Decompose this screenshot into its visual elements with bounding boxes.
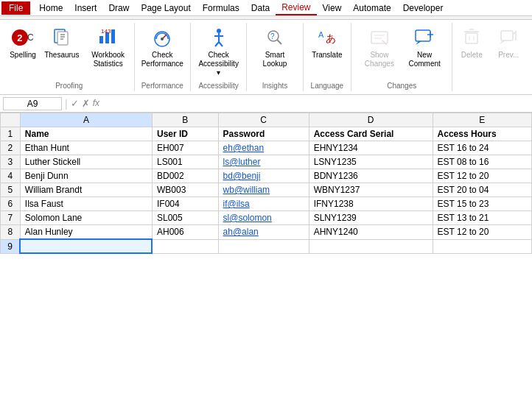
col-header-c[interactable]: C [218,113,309,127]
delete-button[interactable]: Delete [454,23,489,63]
cell-b2[interactable]: EH007 [152,141,218,155]
table-row: 1 Name User ID Password Access Card Seri… [1,127,532,141]
cross-icon[interactable]: ✗ [82,98,90,109]
cell-a2[interactable]: Ethan Hunt [20,141,152,155]
menu-review[interactable]: Review [276,1,316,15]
delete-icon [460,26,483,49]
cell-c1[interactable]: Password [218,127,309,141]
smart-lookup-label: Smart Lookup [258,51,291,68]
cell-e3[interactable]: EST 08 to 16 [433,155,531,169]
cell-b7[interactable]: SL005 [152,211,218,225]
cell-a9[interactable] [20,239,152,253]
svg-line-20 [277,40,281,44]
translate-button[interactable]: A あ Translate [307,23,347,63]
cell-a3[interactable]: Luther Stickell [20,155,152,169]
smart-lookup-button[interactable]: ? Smart Lookup [253,23,296,71]
check-performance-label: Check Performance [141,51,183,68]
svg-text:143: 143 [101,28,111,35]
svg-line-17 [215,42,219,46]
check-performance-button[interactable]: Check Performance [137,23,187,71]
cell-a4[interactable]: Benji Dunn [20,169,152,183]
col-header-e[interactable]: E [433,113,531,127]
cell-c5[interactable]: wb@william [218,183,309,197]
thesaurus-button[interactable]: Thesaurus [42,23,82,63]
checkmark-icon[interactable]: ✓ [71,98,79,109]
row-header-8: 8 [1,225,21,240]
cell-a6[interactable]: Ilsa Faust [20,197,152,211]
cell-d3[interactable]: LSNY1235 [309,155,433,169]
cell-b1[interactable]: User ID [152,127,218,141]
menu-formulas[interactable]: Formulas [197,1,245,15]
table-row: 5 William Brandt WB003 wb@william WBNY12… [1,183,532,197]
cell-e1[interactable]: Access Hours [433,127,531,141]
menu-developer[interactable]: Developer [397,1,449,15]
smart-lookup-icon: ? [263,26,287,49]
new-comment-label: New Comment [408,51,441,68]
cell-d9[interactable] [309,239,433,253]
cell-d4[interactable]: BDNY1236 [309,169,433,183]
menu-automate[interactable]: Automate [347,1,396,15]
prev-comment-button[interactable]: Prev... [491,23,526,63]
translate-icon: A あ [315,26,339,49]
menu-file[interactable]: File [1,1,30,15]
workbook-statistics-button[interactable]: 143 Workbook Statistics [83,23,133,71]
new-comment-button[interactable]: New Comment [403,23,447,71]
cell-c9[interactable] [218,239,309,253]
cell-a7[interactable]: Solomon Lane [20,211,152,225]
menu-page-layout[interactable]: Page Layout [135,1,196,15]
col-header-a[interactable]: A [20,113,152,127]
svg-point-14 [217,29,221,33]
col-header-d[interactable]: D [309,113,433,127]
check-accessibility-button[interactable]: Check Accessibility ▾ [194,23,244,80]
cell-d5[interactable]: WBNY1237 [309,183,433,197]
cell-b3[interactable]: LS001 [152,155,218,169]
cell-b9[interactable] [152,239,218,253]
menu-view[interactable]: View [317,1,348,15]
corner-header [1,113,21,127]
row-header-7: 7 [1,211,21,225]
menu-data[interactable]: Data [245,1,276,15]
cell-e9[interactable] [433,239,531,253]
cell-e7[interactable]: EST 13 to 21 [433,211,531,225]
svg-rect-7 [99,36,103,43]
cell-a1[interactable]: Name [20,127,152,141]
svg-rect-36 [501,31,513,40]
cell-b6[interactable]: IF004 [152,197,218,211]
cell-c7[interactable]: sl@solomon [218,211,309,225]
insights-group-label: Insights [262,82,287,91]
col-header-b[interactable]: B [152,113,218,127]
table-row: 7 Solomon Lane SL005 sl@solomon SLNY1239… [1,211,532,225]
formula-input[interactable] [102,98,529,110]
show-changes-button[interactable]: Show Changes [357,23,402,71]
cell-c8[interactable]: ah@alan [218,225,309,240]
name-box[interactable] [3,97,62,110]
cell-e6[interactable]: EST 15 to 23 [433,197,531,211]
cell-d2[interactable]: EHNY1234 [309,141,433,155]
menu-home[interactable]: Home [33,1,69,15]
cell-c3[interactable]: ls@luther [218,155,309,169]
ribbon-group-insights: ? Smart Lookup Insights [247,23,303,91]
cell-b8[interactable]: AH006 [152,225,218,240]
cell-c2[interactable]: eh@ethan [218,141,309,155]
cell-d1[interactable]: Access Card Serial [309,127,433,141]
statistics-icon: 143 [97,26,120,49]
accessibility-group-label: Accessibility [198,82,238,91]
cell-b5[interactable]: WB003 [152,183,218,197]
show-changes-icon [368,26,391,49]
cell-b4[interactable]: BD002 [152,169,218,183]
cell-e2[interactable]: EST 16 to 24 [433,141,531,155]
cell-d6[interactable]: IFNY1238 [309,197,433,211]
cell-e5[interactable]: EST 20 to 04 [433,183,531,197]
cell-a8[interactable]: Alan Hunley [20,225,152,240]
cell-c4[interactable]: bd@benji [218,169,309,183]
cell-d8[interactable]: AHNY1240 [309,225,433,240]
cell-e4[interactable]: EST 12 to 20 [433,169,531,183]
menu-insert[interactable]: Insert [69,1,102,15]
cell-e8[interactable]: EST 12 to 20 [433,225,531,240]
cell-a5[interactable]: William Brandt [20,183,152,197]
fx-icon[interactable]: fx [93,98,99,109]
spelling-button[interactable]: 2 ABC ✓ Spelling [5,23,41,63]
menu-draw[interactable]: Draw [102,1,135,15]
cell-c6[interactable]: if@ilsa [218,197,309,211]
cell-d7[interactable]: SLNY1239 [309,211,433,225]
